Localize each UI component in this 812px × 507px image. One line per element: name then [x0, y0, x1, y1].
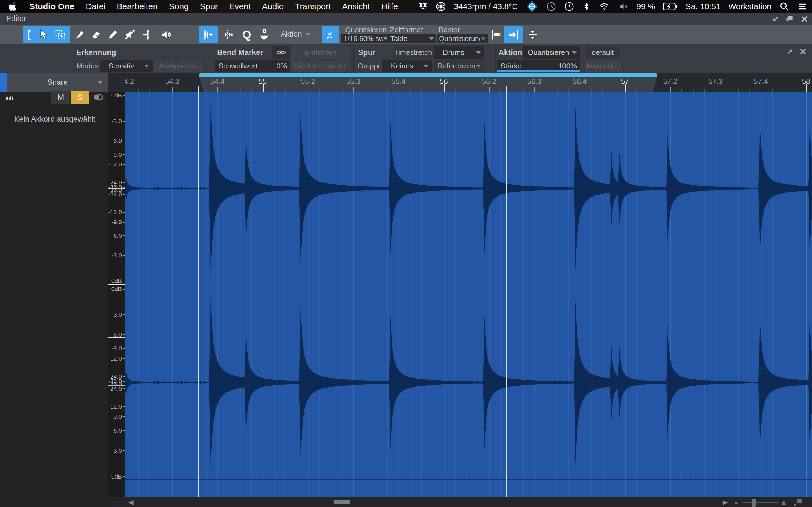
menu-transport[interactable]: Transport [295, 2, 331, 11]
arrow-tool-icon[interactable] [36, 27, 50, 42]
menu-hilfe[interactable]: Hilfe [381, 2, 398, 11]
volume-icon[interactable] [618, 1, 628, 11]
bend-tool-icon[interactable] [140, 27, 154, 42]
gruppe-dropdown[interactable]: Keines [382, 60, 432, 72]
horizontal-scroll-thumb[interactable] [334, 500, 350, 504]
mute-button[interactable]: M [51, 91, 70, 104]
analysieren-button[interactable]: Analysieren [153, 60, 203, 72]
ruler-label: 54.4 [210, 77, 225, 86]
fan-status: 3443rpm / 43.8°C [454, 2, 518, 11]
time-machine-icon[interactable] [564, 1, 574, 11]
eraser-tool-icon[interactable] [89, 27, 103, 42]
quantize-panel-icon[interactable]: ♬ [324, 27, 338, 42]
action-dropdown[interactable]: Aktion [281, 30, 311, 39]
clock-icon[interactable] [546, 1, 556, 11]
aktion-dropdown[interactable]: Quantisieren [523, 46, 580, 59]
zoom-preset-icon[interactable] [794, 499, 802, 506]
db-scale-tick [123, 95, 125, 96]
close-editor-icon[interactable] [800, 15, 809, 23]
quantize-value-dropdown[interactable]: 1/16 60% sw [342, 34, 390, 43]
track-selector[interactable]: Snare [7, 73, 108, 92]
ruler-selection[interactable] [199, 73, 657, 92]
scroll-left-button[interactable]: ◀ [128, 498, 133, 506]
ruler-subtick [138, 89, 139, 92]
timeformat-dropdown[interactable]: Takte [388, 34, 436, 43]
paint-tool-icon[interactable] [106, 27, 120, 42]
bracket-tool-icon[interactable]: [ [22, 27, 36, 42]
staerke-field[interactable]: Stärke100% [497, 60, 580, 72]
menu-datei[interactable]: Datei [86, 2, 105, 11]
bluetooth-icon[interactable] [582, 2, 591, 11]
edit-marker-line[interactable] [199, 86, 199, 497]
close-inspector-icon[interactable] [799, 48, 807, 55]
quantize-q-icon[interactable]: Q [240, 27, 254, 42]
mute-tool-icon[interactable] [123, 27, 137, 42]
scroll-right-button[interactable]: ▶ [723, 498, 728, 506]
channel-link-toggle[interactable] [90, 91, 107, 104]
menu-audio[interactable]: Audio [262, 2, 284, 11]
expand-panel-icon[interactable] [786, 48, 794, 55]
edit-marker-line[interactable] [506, 86, 507, 497]
timestretch-dropdown[interactable]: Drums [434, 46, 485, 59]
listen-tool-icon[interactable] [159, 27, 173, 42]
chevron-down-icon [306, 33, 311, 36]
entfernen-button[interactable]: Entfernen [291, 46, 350, 59]
modus-dropdown[interactable]: Sensitiv [100, 60, 153, 72]
timeline-ruler[interactable]: 54.254.354.45555.255.355.45656.256.356.4… [125, 73, 812, 92]
bend-marker-move-icon[interactable] [221, 27, 236, 42]
control-center-icon[interactable] [797, 2, 808, 11]
db-scale-tick [123, 121, 125, 122]
ruler-tick [489, 87, 490, 92]
bend-split-icon[interactable] [257, 27, 271, 42]
fan-icon[interactable] [436, 1, 446, 11]
detach-panel-icon[interactable] [771, 15, 780, 24]
menu-spur[interactable]: Spur [200, 2, 218, 11]
menu-clock[interactable]: Sa. 10:51 [686, 2, 720, 11]
snap-to-grid-icon[interactable] [506, 27, 520, 42]
menu-song[interactable]: Song [169, 2, 189, 11]
menu-event[interactable]: Event [229, 2, 251, 11]
adaptive-snap-icon[interactable] [525, 27, 540, 42]
db-scale-tick [123, 140, 125, 142]
user-account[interactable]: Workstation [728, 2, 771, 11]
schwellwert-field[interactable]: Schwellwert0% [215, 60, 290, 72]
anwenden-button[interactable]: Anwenden [586, 60, 620, 72]
zoom-slider-track[interactable] [742, 502, 779, 503]
solo-button[interactable]: S [71, 91, 89, 104]
zoom-out-button[interactable]: ▲ [733, 499, 739, 506]
bend-marker-prev-icon[interactable] [201, 27, 215, 42]
app-menu-studio-one[interactable]: Studio One [29, 2, 74, 11]
section-spur-title: Spur [358, 46, 375, 59]
battery-icon[interactable] [663, 2, 677, 11]
section-bend-marker-title: Bend Marker [217, 46, 263, 59]
ruler-subtick [433, 89, 433, 92]
zoom-slider-thumb[interactable] [752, 499, 756, 507]
preset-default-button[interactable]: default [586, 46, 620, 59]
menu-bearbeiten[interactable]: Bearbeiten [117, 2, 158, 11]
snap-line-icon[interactable] [489, 27, 503, 42]
ruler-subtick [772, 89, 773, 92]
range-tool-icon[interactable] [53, 27, 67, 42]
ruler-subtick [195, 89, 195, 92]
wifi-icon[interactable] [599, 1, 610, 11]
ruler-subtick [500, 89, 501, 92]
waveform-display[interactable] [125, 92, 812, 497]
apple-icon[interactable] [8, 2, 18, 11]
section-erkennung-title: Erkennung [77, 46, 116, 59]
zoom-in-button[interactable]: ▲ [779, 497, 788, 507]
wiederherstellen-button[interactable]: Wiederherstellen [291, 60, 350, 72]
ruler-subtick [410, 89, 410, 92]
referenzen-dropdown[interactable]: Referenzen [434, 60, 485, 72]
search-icon[interactable] [779, 1, 790, 11]
ruler-subtick [591, 89, 592, 92]
dropbox-icon[interactable] [418, 1, 428, 11]
ruler-subtick [648, 89, 648, 92]
show-bend-markers-toggle[interactable] [272, 46, 290, 59]
window-layout-icon[interactable] [785, 15, 794, 24]
menu-ansicht[interactable]: Ansicht [342, 2, 370, 11]
split-tool-icon[interactable] [73, 27, 87, 42]
ua-console-icon[interactable] [526, 0, 538, 13]
grid-dropdown[interactable]: Quantisierung [437, 34, 488, 43]
ruler-subtick [274, 89, 274, 92]
bottom-scrollbar: ◀ ▶ ▲ ▲ [108, 497, 812, 507]
